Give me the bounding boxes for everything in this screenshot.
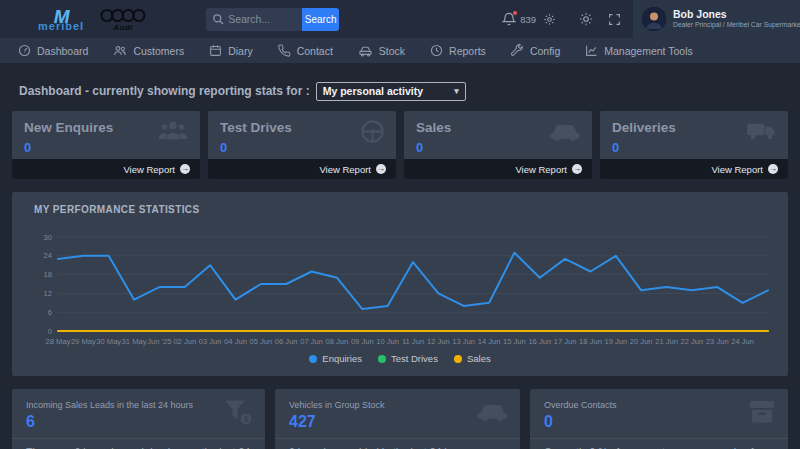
chart-title: MY PERFORMANCE STATISTICS <box>34 204 778 215</box>
activity-select[interactable]: My personal activity ▾ <box>316 82 466 101</box>
search-group: Search <box>206 8 339 31</box>
bottom-card-value: 6 <box>26 413 251 431</box>
meribel-logo[interactable]: M meribel <box>38 7 84 32</box>
search-button[interactable]: Search <box>302 8 339 31</box>
nav-item-label: Diary <box>228 45 253 57</box>
svg-text:12: 12 <box>44 289 52 298</box>
legend-item-sales[interactable]: Sales <box>454 353 491 364</box>
svg-text:05 Jun: 05 Jun <box>249 337 272 346</box>
calendar-icon <box>209 44 222 57</box>
nav-item-label: Dashboard <box>37 45 88 57</box>
view-report-button[interactable]: View Report → <box>404 159 592 179</box>
nav-item-management-tools[interactable]: Management Tools <box>585 44 693 57</box>
view-report-button[interactable]: View Report → <box>208 159 396 179</box>
legend-item-enquiries[interactable]: Enquiries <box>309 353 362 364</box>
bottom-row: Incoming Sales Leads in the last 24 hour… <box>12 389 788 449</box>
svg-text:18: 18 <box>44 270 52 279</box>
bottom-card-title: Vehicles in Group Stock <box>289 400 506 410</box>
legend-item-test-drives[interactable]: Test Drives <box>378 353 438 364</box>
clock-icon <box>430 44 443 57</box>
car-icon <box>358 44 373 57</box>
bottom-card-description: Currently 0 % of your customer are overd… <box>530 438 788 449</box>
notification-count: 839 <box>520 14 536 25</box>
svg-text:12 Jun: 12 Jun <box>427 337 450 346</box>
bottom-card-value: 0 <box>544 413 774 431</box>
user-name: Bob Jones <box>673 8 800 21</box>
svg-text:09 Jun: 09 Jun <box>351 337 374 346</box>
nav-item-dashboard[interactable]: Dashboard <box>18 44 88 57</box>
svg-text:0: 0 <box>48 327 52 336</box>
svg-text:30: 30 <box>44 233 52 242</box>
svg-text:$: $ <box>244 414 249 424</box>
bottom-card-value: 427 <box>289 413 506 431</box>
logo-group: M meribel Audi <box>38 7 146 32</box>
nav-item-label: Stock <box>379 45 405 57</box>
stat-card-sales: Sales 0 View Report → <box>404 111 592 179</box>
arrow-right-icon: → <box>180 164 190 174</box>
nav-item-config[interactable]: Config <box>511 44 560 57</box>
svg-text:6: 6 <box>48 308 52 317</box>
stat-card-deliveries: Deliveries 0 View Report → <box>600 111 788 179</box>
audi-logo-word: Audi <box>113 24 133 32</box>
svg-text:14 Jun: 14 Jun <box>478 337 501 346</box>
steering-wheel-icon <box>360 119 385 144</box>
legend-dot <box>378 355 386 363</box>
view-report-button[interactable]: View Report → <box>12 159 200 179</box>
audi-rings-icon <box>100 8 146 23</box>
bottom-card-description: There are 6 incoming web leads over the … <box>12 438 265 449</box>
svg-text:06 Jun: 06 Jun <box>275 337 298 346</box>
nav-item-customers[interactable]: Customers <box>113 44 184 57</box>
view-report-button[interactable]: View Report → <box>600 159 788 179</box>
nav-item-diary[interactable]: Diary <box>209 44 253 57</box>
bottom-card-description: 0 have been added in the last 24 hours <box>275 438 520 449</box>
stat-card-value: 0 <box>612 140 776 155</box>
arrow-right-icon: → <box>572 164 582 174</box>
svg-text:15 Jun: 15 Jun <box>503 337 526 346</box>
nav-item-stock[interactable]: Stock <box>358 44 405 57</box>
truck-icon <box>746 119 777 142</box>
performance-line-chart: 061218243028 May29 May30 May31 MayJun '2… <box>22 215 798 355</box>
gauge-icon <box>18 44 31 57</box>
svg-text:13 Jun: 13 Jun <box>452 337 475 346</box>
svg-text:10 Jun: 10 Jun <box>376 337 399 346</box>
card-overdue-contacts: Overdue Contacts 0 Currently 0 % of your… <box>530 389 788 449</box>
theme-sun-icon[interactable] <box>579 12 593 26</box>
view-report-label: View Report <box>319 164 371 175</box>
performance-chart-card: MY PERFORMANCE STATISTICS 061218243028 M… <box>12 192 788 376</box>
svg-text:16 Jun: 16 Jun <box>528 337 551 346</box>
topbar: M meribel Audi Search <box>0 0 800 38</box>
navbar: Dashboard Customers Diary Contact <box>0 38 800 63</box>
nav-item-label: Reports <box>449 45 486 57</box>
nav-item-label: Contact <box>297 45 333 57</box>
svg-text:24 Jun: 24 Jun <box>731 337 754 346</box>
svg-text:22 Jun: 22 Jun <box>681 337 704 346</box>
people-icon <box>113 44 127 57</box>
svg-text:30 May: 30 May <box>96 337 121 346</box>
chevron-down-icon: ▾ <box>454 86 459 96</box>
user-panel[interactable]: Bob Jones Dealer Principal / Meribel Car… <box>633 0 800 38</box>
svg-text:19 Jun: 19 Jun <box>604 337 627 346</box>
stat-card-new-enquires: New Enquires 0 View Report → <box>12 111 200 179</box>
fullscreen-icon[interactable] <box>608 13 621 26</box>
car-icon <box>477 399 508 422</box>
stat-card-test-drives: Test Drives 0 View Report → <box>208 111 396 179</box>
notifications-bell-icon[interactable] <box>502 12 516 26</box>
svg-text:29 May: 29 May <box>71 337 96 346</box>
activity-select-value: My personal activity <box>323 85 423 97</box>
svg-text:03 Jun: 03 Jun <box>199 337 222 346</box>
svg-text:23 Jun: 23 Jun <box>706 337 729 346</box>
stats-row: New Enquires 0 View Report → Test Drives… <box>12 111 788 179</box>
gear-icon[interactable] <box>543 13 556 26</box>
nav-item-reports[interactable]: Reports <box>430 44 486 57</box>
users-group-icon <box>157 119 189 143</box>
dashboard-heading: Dashboard - currently showing reporting … <box>19 84 310 98</box>
phone-icon <box>278 44 291 57</box>
funnel-dollar-icon: $ <box>223 399 253 426</box>
svg-text:08 Jun: 08 Jun <box>326 337 349 346</box>
svg-text:17 Jun: 17 Jun <box>554 337 577 346</box>
nav-item-contact[interactable]: Contact <box>278 44 333 57</box>
legend-dot <box>309 355 317 363</box>
svg-text:Jun '25: Jun '25 <box>147 337 171 346</box>
nav-item-label: Management Tools <box>604 45 693 57</box>
archive-icon <box>748 399 776 425</box>
